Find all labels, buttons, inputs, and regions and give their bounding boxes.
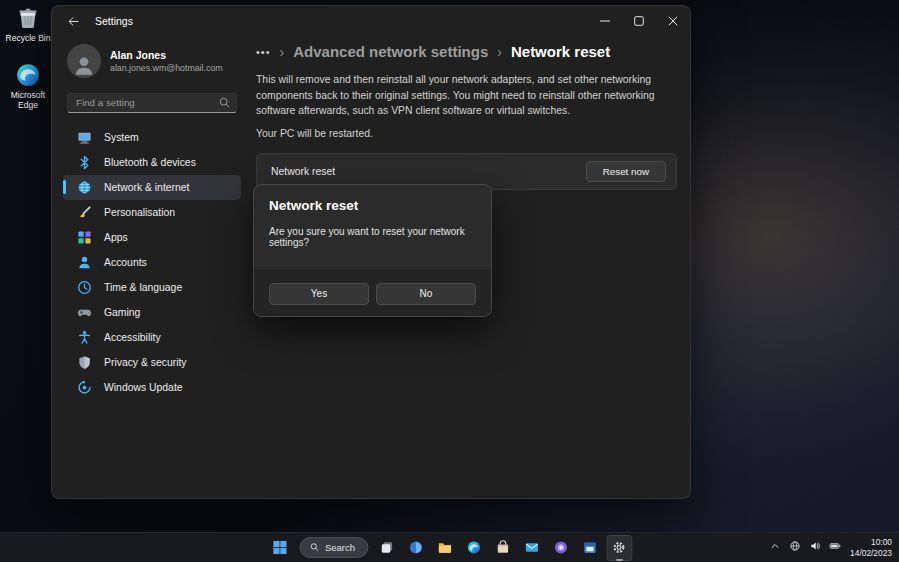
chevron-up-icon <box>769 540 781 555</box>
sidebar-item-label: Accessibility <box>104 332 161 343</box>
store-button[interactable] <box>490 535 516 561</box>
edge-button[interactable] <box>461 535 487 561</box>
breadcrumb: ••• › Advanced network settings › Networ… <box>256 43 690 60</box>
no-button[interactable]: No <box>376 283 476 305</box>
sidebar-item-windows-update[interactable]: Windows Update <box>63 375 241 400</box>
maximize-button[interactable] <box>622 6 656 36</box>
desktop-icon-recycle-bin[interactable]: Recycle Bin <box>2 5 54 43</box>
clock-time: 10:00 <box>850 537 892 548</box>
page-description: This will remove and then reinstall all … <box>256 72 677 119</box>
titlebar[interactable]: Settings <box>52 6 690 36</box>
apps-icon <box>77 230 92 245</box>
account-name: Alan Jones <box>110 49 223 61</box>
system-icon <box>77 130 92 145</box>
dialog-title: Network reset <box>269 198 476 213</box>
sidebar-item-privacy-security[interactable]: Privacy & security <box>63 350 241 375</box>
sidebar-item-personalisation[interactable]: Personalisation <box>63 200 241 225</box>
settings-icon <box>612 540 627 555</box>
file-explorer-icon <box>438 540 453 555</box>
mail-button[interactable] <box>519 535 545 561</box>
time-language-icon <box>77 280 92 295</box>
chevron-right-icon: › <box>497 44 502 60</box>
battery-button[interactable] <box>825 535 844 561</box>
minimize-button[interactable] <box>588 6 622 36</box>
search-input[interactable] <box>67 93 237 113</box>
photos-button[interactable] <box>548 535 574 561</box>
avatar <box>67 44 101 78</box>
sidebar-item-label: Apps <box>104 232 128 243</box>
volume-button[interactable] <box>805 535 824 561</box>
bluetooth-icon <box>77 155 92 170</box>
sidebar-item-label: Accounts <box>104 257 147 268</box>
page-title: Network reset <box>511 43 610 60</box>
gaming-icon <box>77 305 92 320</box>
accounts-icon <box>77 255 92 270</box>
start-button[interactable] <box>267 535 293 561</box>
breadcrumb-ellipsis[interactable]: ••• <box>256 46 271 58</box>
mail-icon <box>525 540 540 555</box>
chevron-right-icon: › <box>280 44 285 60</box>
personalisation-icon <box>77 205 92 220</box>
sidebar-item-system[interactable]: System <box>63 125 241 150</box>
network-reset-dialog: Network reset Are you sure you want to r… <box>253 184 492 317</box>
widgets-icon <box>409 540 424 555</box>
photos-icon <box>554 540 569 555</box>
battery-icon <box>829 540 841 555</box>
yes-button[interactable]: Yes <box>269 283 369 305</box>
windows-update-icon <box>77 380 92 395</box>
sidebar-item-gaming[interactable]: Gaming <box>63 300 241 325</box>
account-email: alan.jones.wm@hotmail.com <box>110 63 223 73</box>
desktop-icon-label: Microsoft Edge <box>2 90 54 110</box>
reset-now-button[interactable]: Reset now <box>586 161 666 182</box>
recycle-bin-icon <box>15 5 41 31</box>
task-view-icon <box>380 540 395 555</box>
calendar-button[interactable] <box>577 535 603 561</box>
sidebar-item-accounts[interactable]: Accounts <box>63 250 241 275</box>
desktop-icon-microsoft-edge[interactable]: Microsoft Edge <box>2 62 54 110</box>
sidebar-item-label: Windows Update <box>104 382 183 393</box>
taskbar-search[interactable]: Search <box>299 537 368 558</box>
breadcrumb-parent-link[interactable]: Advanced network settings <box>293 43 488 60</box>
taskbar: Search 10:00 14/02/2023 <box>0 532 899 562</box>
dialog-message: Are you sure you want to reset your netw… <box>269 226 476 248</box>
network-tray-button[interactable] <box>785 535 804 561</box>
sidebar-item-bluetooth-devices[interactable]: Bluetooth & devices <box>63 150 241 175</box>
settings-window: Settings Alan Jones alan.jones.wm@hotmai… <box>51 5 691 499</box>
widgets-button[interactable] <box>403 535 429 561</box>
settings-nav: SystemBluetooth & devicesNetwork & inter… <box>63 125 241 400</box>
chevron-up-button[interactable] <box>765 535 784 561</box>
sidebar-item-label: Network & internet <box>104 182 189 193</box>
sidebar-item-label: System <box>104 132 139 143</box>
sidebar-item-apps[interactable]: Apps <box>63 225 241 250</box>
restart-note: Your PC will be restarted. <box>256 128 690 139</box>
system-tray: 10:00 14/02/2023 <box>765 533 899 562</box>
sidebar-item-label: Time & language <box>104 282 182 293</box>
close-button[interactable] <box>656 6 690 36</box>
sidebar-item-label: Gaming <box>104 307 140 318</box>
settings-search <box>67 92 237 113</box>
dialog-footer: Yes No <box>254 270 491 316</box>
edge-icon <box>15 62 41 88</box>
privacy-icon <box>77 355 92 370</box>
back-button[interactable] <box>58 9 88 33</box>
edge-icon <box>467 540 482 555</box>
store-icon <box>496 540 511 555</box>
sidebar-item-accessibility[interactable]: Accessibility <box>63 325 241 350</box>
window-title: Settings <box>95 15 133 27</box>
taskbar-clock[interactable]: 10:00 14/02/2023 <box>850 537 892 559</box>
taskbar-search-label: Search <box>325 542 355 553</box>
sidebar-item-time-language[interactable]: Time & language <box>63 275 241 300</box>
calendar-icon <box>583 540 598 555</box>
sidebar-item-label: Personalisation <box>104 207 175 218</box>
sidebar-item-network-internet[interactable]: Network & internet <box>63 175 241 200</box>
settings-sidebar: Alan Jones alan.jones.wm@hotmail.com Sys… <box>52 36 252 498</box>
search-icon <box>309 542 319 554</box>
task-view-button[interactable] <box>374 535 400 561</box>
network-icon <box>77 180 92 195</box>
desktop-icon-label: Recycle Bin <box>6 33 51 43</box>
clock-date: 14/02/2023 <box>850 548 892 559</box>
settings-button[interactable] <box>606 535 632 561</box>
file-explorer-button[interactable] <box>432 535 458 561</box>
accessibility-icon <box>77 330 92 345</box>
account-card[interactable]: Alan Jones alan.jones.wm@hotmail.com <box>63 40 241 82</box>
